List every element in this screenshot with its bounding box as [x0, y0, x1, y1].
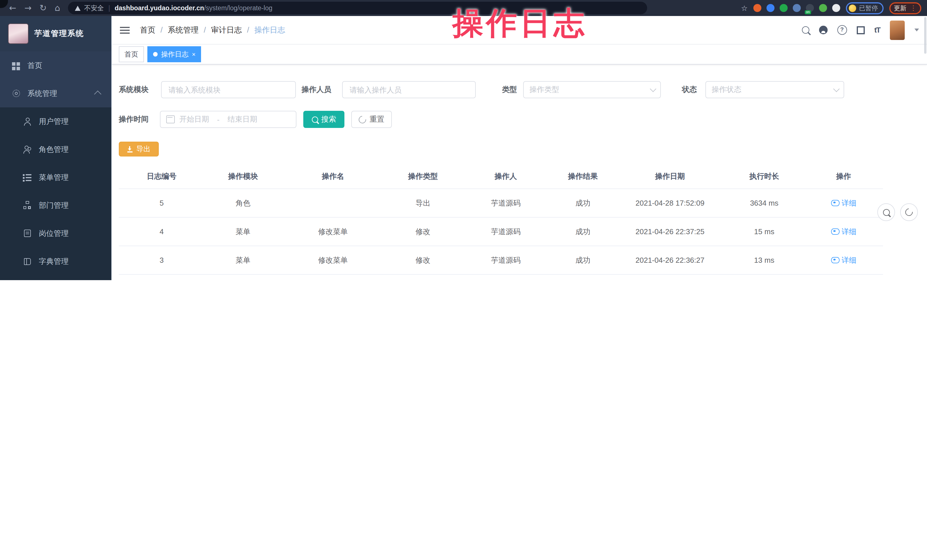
sidebar-item-label: 部门管理	[39, 200, 68, 211]
column-header: 执行时长	[724, 164, 804, 189]
column-header: 操作类型	[384, 164, 462, 189]
operator-input[interactable]	[342, 81, 476, 98]
column-header: 操作模块	[205, 164, 281, 189]
tag-close-icon[interactable]: ×	[192, 51, 196, 58]
menu-list-icon	[23, 173, 32, 182]
user-avatar[interactable]	[890, 20, 905, 40]
not-secure-warning-icon	[75, 5, 81, 11]
sidebar-item-role-management[interactable]: 角色管理	[0, 135, 111, 163]
bookmark-star-icon[interactable]: ☆	[741, 4, 748, 12]
status-select[interactable]: 操作状态	[705, 81, 844, 98]
fullscreen-icon[interactable]	[857, 26, 865, 34]
cell-actions: 详细	[804, 189, 883, 217]
type-label: 类型	[502, 85, 523, 95]
refresh-table-button[interactable]	[900, 203, 918, 221]
app-logo-avatar	[8, 23, 29, 44]
sidebar: 芋道管理系统 首页系统管理用户管理角色管理菜单管理部门管理岗位管理字典管理通知公…	[0, 16, 111, 280]
eye-icon	[831, 257, 839, 263]
date-range-picker[interactable]: 开始日期 - 结束日期	[160, 111, 296, 128]
table-row: 3菜单修改菜单修改芋道源码成功2021-04-26 22:36:2713 ms详…	[119, 246, 883, 275]
column-header: 操作日期	[616, 164, 724, 189]
annotation-title: 操作日志	[452, 7, 587, 39]
detail-link[interactable]: 详细	[831, 226, 857, 237]
github-icon[interactable]	[819, 26, 827, 34]
cell-duration: 13 ms	[724, 246, 804, 275]
cell-operator: 芋道源码	[462, 275, 550, 280]
browser-home-icon[interactable]: ⌂	[55, 4, 60, 12]
type-select[interactable]: 操作类型	[523, 81, 661, 98]
tag-home[interactable]: 首页	[119, 46, 144, 62]
help-icon[interactable]: ?	[837, 25, 847, 35]
gear-icon	[11, 89, 21, 98]
sidebar-item-dict-management[interactable]: 字典管理	[0, 247, 111, 275]
url-host: dashboard.yudao.iocoder.cn	[115, 5, 204, 11]
extension-switch-icon[interactable]: on	[806, 4, 814, 12]
extension-green-v-icon[interactable]	[780, 4, 788, 12]
avatar-caret-down-icon[interactable]	[915, 29, 919, 32]
cell-duration: 15 ms	[724, 217, 804, 246]
sidebar-toggle-icon[interactable]	[120, 26, 130, 34]
sidebar-item-system-management[interactable]: 系统管理	[0, 79, 111, 107]
breadcrumb-item[interactable]: 审计日志	[211, 25, 242, 35]
cell-operator: 芋道源码	[462, 217, 550, 246]
module-input[interactable]	[161, 81, 296, 98]
extension-puzzle-icon[interactable]	[832, 4, 840, 12]
extension-orange-ring-icon[interactable]	[753, 4, 761, 12]
sidebar-item-notice-announcement[interactable]: 通知公告	[0, 275, 111, 280]
detail-link[interactable]: 详细	[831, 198, 857, 208]
cell-log-id: 2	[119, 275, 205, 280]
browser-menu-icon[interactable]: ⋮	[910, 5, 917, 11]
chevron-down-icon	[650, 86, 656, 92]
column-header: 操作名	[281, 164, 384, 189]
sidebar-item-post-management[interactable]: 岗位管理	[0, 219, 111, 247]
extension-blue-gem-icon[interactable]	[793, 4, 801, 12]
extension-blue-drop-icon[interactable]	[766, 4, 775, 12]
extension-paused-badge[interactable]: 已暂停	[846, 2, 884, 14]
sidebar-item-label: 字典管理	[39, 256, 68, 266]
reset-button[interactable]: 重置	[351, 111, 392, 128]
browser-back-icon[interactable]: ←	[9, 4, 16, 12]
cell-log-id: 4	[119, 217, 205, 246]
breadcrumb-separator: /	[161, 26, 163, 34]
extension-green-leaf-icon[interactable]	[819, 4, 827, 12]
sidebar-item-home[interactable]: 首页	[0, 52, 111, 79]
search-button[interactable]: 搜索	[303, 111, 344, 128]
cell-result: 成功	[550, 246, 616, 275]
browser-update-button[interactable]: 更新	[894, 4, 906, 12]
app-logo-row[interactable]: 芋道管理系统	[0, 16, 111, 52]
module-input-field[interactable]	[167, 85, 290, 94]
table-row: 2菜单创建菜单新增芋道源码成功2021-04-26 22:35:4515 ms详…	[119, 275, 883, 280]
cell-operation-name: 创建菜单	[281, 275, 384, 280]
sidebar-item-dept-management[interactable]: 部门管理	[0, 191, 111, 219]
column-header: 操作人	[462, 164, 550, 189]
eye-icon	[831, 200, 839, 206]
browser-forward-icon[interactable]: →	[24, 4, 31, 12]
breadcrumb-item-current: 操作日志	[254, 25, 285, 35]
tag-operate-log[interactable]: 操作日志 ×	[147, 46, 201, 62]
url-path: /system/log/operate-log	[204, 5, 272, 11]
cell-operation-name: 修改菜单	[281, 246, 384, 275]
dictionary-book-icon	[23, 257, 32, 266]
toggle-search-button[interactable]	[877, 203, 895, 221]
detail-link[interactable]: 详细	[831, 255, 857, 265]
breadcrumb-item[interactable]: 系统管理	[168, 25, 199, 35]
export-button[interactable]: 导出	[119, 142, 159, 156]
app-title: 芋道管理系统	[34, 29, 84, 39]
cell-result: 成功	[550, 217, 616, 246]
sidebar-item-user-management[interactable]: 用户管理	[0, 107, 111, 135]
breadcrumb-item[interactable]: 首页	[140, 25, 155, 35]
chevron-down-icon	[833, 86, 840, 92]
time-label: 操作时间	[119, 114, 160, 124]
browser-reload-icon[interactable]: ↻	[40, 4, 47, 12]
cell-duration: 15 ms	[724, 275, 804, 280]
font-size-icon[interactable]: tT	[874, 26, 880, 34]
operator-label: 操作人员	[302, 85, 342, 95]
cell-operator: 芋道源码	[462, 189, 550, 217]
org-tree-icon	[23, 201, 32, 210]
sidebar-item-label: 岗位管理	[39, 228, 68, 238]
operator-input-field[interactable]	[348, 85, 470, 94]
header-search-icon[interactable]	[802, 26, 809, 34]
scrollbar-thumb[interactable]	[924, 17, 926, 54]
sidebar-item-menu-management[interactable]: 菜单管理	[0, 163, 111, 191]
active-tag-dot-icon	[153, 52, 158, 56]
